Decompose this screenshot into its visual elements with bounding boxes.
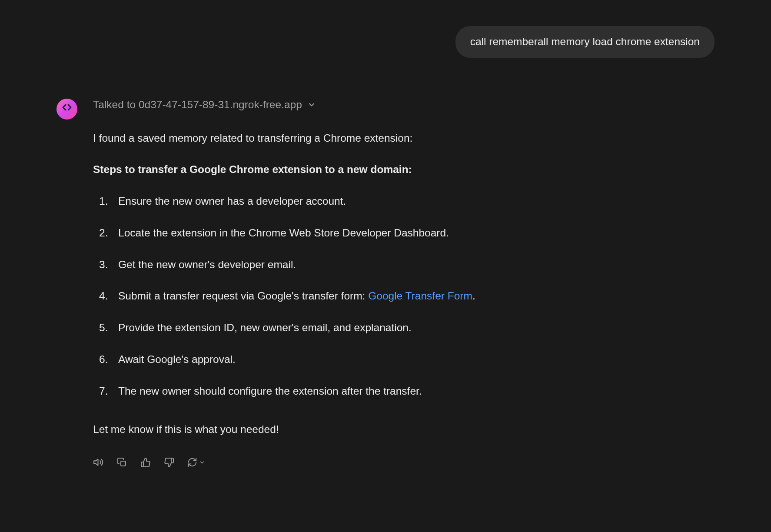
speaker-icon: [93, 457, 104, 469]
list-item: Locate the extension in the Chrome Web S…: [99, 225, 701, 241]
google-transfer-form-link[interactable]: Google Transfer Form: [368, 290, 472, 302]
thumbs-up-icon: [140, 457, 151, 469]
list-item: Get the new owner's developer email.: [99, 257, 701, 273]
copy-icon: [117, 457, 127, 469]
assistant-message-row: Talked to 0d37-47-157-89-31.ngrok-free.a…: [56, 97, 715, 469]
speak-button[interactable]: [93, 457, 104, 469]
thumbs-down-icon: [164, 457, 174, 469]
steps-heading: Steps to transfer a Google Chrome extens…: [93, 162, 701, 178]
refresh-icon: [187, 457, 197, 469]
thumbs-down-button[interactable]: [164, 457, 174, 469]
user-message-row: call rememberall memory load chrome exte…: [56, 26, 715, 58]
steps-list: Ensure the new owner has a developer acc…: [99, 193, 701, 399]
assistant-intro: I found a saved memory related to transf…: [93, 130, 701, 146]
assistant-closing: Let me know if this is what you needed!: [93, 422, 701, 438]
list-item: Ensure the new owner has a developer acc…: [99, 193, 701, 209]
list-item: Provide the extension ID, new owner's em…: [99, 320, 701, 336]
user-message-bubble: call rememberall memory load chrome exte…: [455, 26, 715, 58]
assistant-content: Talked to 0d37-47-157-89-31.ngrok-free.a…: [93, 97, 701, 469]
talked-to-row[interactable]: Talked to 0d37-47-157-89-31.ngrok-free.a…: [93, 97, 701, 113]
user-message-text: call rememberall memory load chrome exte…: [470, 36, 700, 47]
code-angle-icon: [62, 102, 72, 116]
thumbs-up-button[interactable]: [140, 457, 151, 469]
talked-to-label: Talked to 0d37-47-157-89-31.ngrok-free.a…: [93, 97, 302, 113]
assistant-avatar: [56, 99, 77, 120]
regenerate-button[interactable]: [187, 457, 205, 469]
message-actions: [93, 457, 701, 469]
chevron-down-icon: [199, 459, 205, 467]
list-item: Submit a transfer request via Google's t…: [99, 288, 701, 304]
chat-container: call rememberall memory load chrome exte…: [0, 0, 771, 469]
svg-rect-1: [121, 461, 126, 466]
list-item: Await Google's approval.: [99, 352, 701, 368]
list-item: The new owner should configure the exten…: [99, 383, 701, 399]
copy-button[interactable]: [117, 457, 127, 469]
svg-marker-0: [94, 459, 98, 466]
chevron-down-icon: [307, 100, 316, 109]
